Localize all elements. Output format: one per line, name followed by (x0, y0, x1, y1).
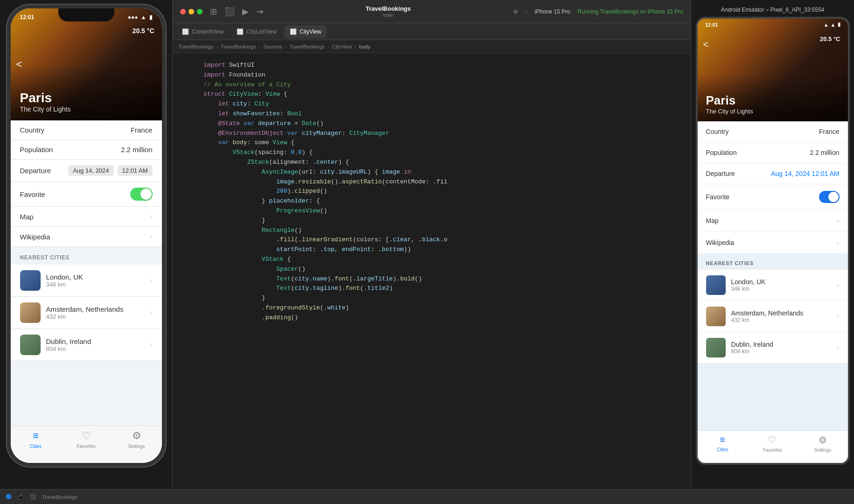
scheme-icon: ⊕ (513, 8, 518, 15)
android-wifi-icon: ▲ (831, 22, 836, 28)
mac-dock-term: ⬛ (30, 494, 36, 500)
favorites-tab-icon: ♡ (82, 430, 91, 442)
android-amsterdam-thumbnail (706, 307, 726, 326)
amsterdam-chevron-icon: › (150, 308, 152, 317)
android-wikipedia-row[interactable]: Wikipedia › (698, 232, 848, 254)
breadcrumb-travel-bookings-2: TravelBookings (289, 44, 324, 49)
code-line: .padding() (182, 313, 681, 323)
code-editor[interactable]: import SwiftUI import Foundation // An o… (173, 53, 691, 504)
departure-time-chip[interactable]: 12:01 AM (118, 165, 153, 176)
swift-icon-3: ⬜ (290, 28, 297, 35)
android-favorite-toggle[interactable] (819, 191, 840, 203)
departure-date-chip[interactable]: Aug 14, 2024 (68, 165, 113, 176)
code-line: struct CityView: View { (182, 90, 681, 99)
android-amsterdam-distance: 432 km (731, 317, 832, 323)
android-favorites-tab-label: Favorites (763, 448, 782, 453)
wikipedia-row[interactable]: Wikipedia › (11, 227, 162, 247)
android-country-label: Country (706, 128, 729, 135)
android-settings-tab-label: Settings (814, 448, 831, 453)
android-back-icon[interactable]: < (703, 39, 709, 50)
android-amsterdam-name: Amsterdam, Netherlands (731, 309, 832, 317)
code-line: var body: some View { (182, 138, 681, 148)
tab-cities[interactable]: ≡ Cities (11, 430, 61, 449)
android-simulator: Android Emulator – Pixel_6_API_33:5554 1… (691, 0, 854, 504)
android-dublin-thumbnail (706, 338, 726, 357)
london-info: London, UK 346 km (46, 273, 145, 288)
departure-label: Departure (20, 167, 51, 175)
android-wikipedia-chevron-icon: › (837, 238, 839, 247)
city-detail-list: Country France Population 2.2 million De… (11, 120, 162, 463)
london-distance: 346 km (46, 281, 145, 288)
android-settings-tab-icon: ⚙ (819, 434, 827, 446)
tab-content-view[interactable]: ⬜ ContentView (176, 25, 229, 38)
android-dublin-name: Dublin, Ireland (731, 341, 832, 348)
android-london-distance: 346 km (731, 286, 832, 292)
list-item[interactable]: Dublin, Ireland 804 km › (11, 329, 162, 361)
project-name: TravelBookings (365, 5, 411, 12)
traffic-light-maximize[interactable] (197, 9, 203, 14)
code-line: VStack(spacing: 0.0) { (182, 148, 681, 158)
code-line: ProgressView() (182, 206, 681, 216)
toggle-thumb (140, 189, 152, 200)
code-line: import Foundation (182, 70, 681, 80)
android-dublin-chevron-icon: › (837, 343, 839, 352)
tab-favorites[interactable]: ♡ Favorites (61, 430, 112, 449)
amsterdam-info: Amsterdam, Netherlands 432 km (46, 305, 145, 320)
code-line: Text(city.tagline).font(.title2) (182, 284, 681, 294)
step-button[interactable]: ⇥ (256, 7, 263, 17)
android-tab-favorites[interactable]: ♡ Favorites (748, 434, 798, 453)
android-amsterdam-chevron-icon: › (837, 312, 839, 321)
project-branch: main (383, 12, 394, 18)
list-item[interactable]: London, UK 346 km › (698, 270, 848, 301)
android-london-info: London, UK 346 km (731, 278, 832, 292)
london-thumbnail (20, 270, 41, 291)
code-line: AsyncImage(url: city.imageURL) { image i… (182, 168, 681, 177)
sidebar-toggle-icon[interactable]: ⊞ (210, 7, 217, 17)
android-population-label: Population (706, 149, 737, 156)
code-line: .fill(.linearGradient(colors: [.clear, .… (182, 235, 681, 245)
android-dublin-info: Dublin, Ireland 804 km (731, 341, 832, 355)
traffic-light-minimize[interactable] (189, 9, 194, 14)
android-time: 12:01 (705, 22, 718, 28)
hero-back-chevron[interactable]: < (16, 58, 22, 70)
country-value: France (131, 126, 153, 134)
mac-dock-finder: 🔵 (6, 494, 12, 500)
android-tab-cities[interactable]: ≡ Cities (698, 434, 748, 452)
code-line: VStack { (182, 255, 681, 265)
map-label: Map (20, 213, 34, 221)
list-item[interactable]: Dublin, Ireland 804 km › (698, 332, 848, 364)
city-view-tab-label: CityView (300, 28, 321, 35)
list-item[interactable]: London, UK 346 km › (11, 265, 162, 297)
code-line: } (182, 294, 681, 303)
wikipedia-chevron-icon: › (150, 232, 152, 241)
list-item[interactable]: Amsterdam, Netherlands 432 km › (698, 301, 848, 332)
tab-city-list-view[interactable]: ⬜ CityListView (231, 25, 282, 38)
android-wikipedia-label: Wikipedia (706, 239, 735, 246)
android-city-tagline: The City of Lights (706, 108, 753, 115)
device-name: iPhone 15 Pro (535, 8, 570, 15)
map-row[interactable]: Map › (11, 207, 162, 227)
city-tagline: The City of Lights (20, 105, 71, 113)
city-info-overlay: Paris The City of Lights (20, 91, 71, 113)
dublin-distance: 804 km (46, 345, 145, 352)
android-city-name: Paris (706, 93, 753, 108)
play-button[interactable]: ▶ (242, 7, 249, 17)
iphone-notch (58, 8, 114, 21)
london-name: London, UK (46, 273, 145, 281)
iphone-screen: 12:01 ●●● ▲ ▮ < 20.5 °C Paris The City o… (11, 8, 162, 463)
android-map-row[interactable]: Map › (698, 210, 848, 232)
favorites-tab-label: Favorites (77, 444, 96, 449)
traffic-light-close[interactable] (180, 9, 186, 14)
android-tab-settings[interactable]: ⚙ Settings (798, 434, 847, 453)
android-status-icons: ▲ ▲ ▮ (824, 21, 840, 28)
favorite-toggle[interactable] (130, 188, 153, 201)
tab-city-view[interactable]: ⬜ CityView (284, 25, 327, 38)
android-population-row: Population 2.2 million (698, 142, 848, 163)
battery-icon: ▮ (149, 14, 153, 21)
list-item[interactable]: Amsterdam, Netherlands 432 km › (11, 297, 162, 329)
stop-button[interactable]: ⬛ (224, 7, 235, 17)
tab-settings[interactable]: ⚙ Settings (112, 430, 162, 449)
android-city-hero: 12:01 ▲ ▲ ▮ < 20.5 °C Paris The City of … (698, 19, 848, 121)
android-dublin-distance: 804 km (731, 348, 832, 355)
london-chevron-icon: › (150, 276, 152, 285)
